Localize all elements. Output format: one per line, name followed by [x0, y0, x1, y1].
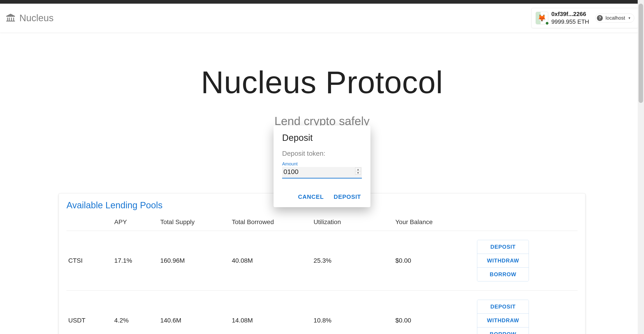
stepper-down[interactable]: ▼ [355, 171, 361, 175]
modal-subtitle: Deposit token: [282, 150, 362, 157]
chevron-down-icon: ▼ [628, 16, 631, 20]
col-your-balance: Your Balance [394, 216, 475, 231]
metamask-icon: 🦊 [538, 15, 546, 22]
brand-name: Nucleus [20, 13, 54, 24]
deposit-confirm-button[interactable]: DEPOSIT [333, 192, 362, 202]
stepper-up[interactable]: ▲ [355, 168, 361, 171]
col-asset [66, 216, 112, 231]
row-action-stack: DEPOSITWITHDRAWBORROW [477, 300, 529, 334]
col-total-borrowed: Total Borrowed [230, 216, 312, 231]
table-row: CTSI17.1%160.96M40.08M25.3%$0.00DEPOSITW… [66, 231, 578, 291]
network-selector[interactable]: ? localhost ▼ [595, 14, 634, 23]
pools-table: APY Total Supply Total Borrowed Utilizat… [66, 216, 578, 334]
table-row: USDT4.2%140.6M14.08M10.8%$0.00DEPOSITWIT… [66, 291, 578, 334]
browser-chrome-bar [0, 0, 644, 4]
deposit-modal: Deposit Deposit token: Amount ▲ ▼ CANCEL… [274, 125, 370, 207]
amount-field-wrap: ▲ ▼ [282, 167, 362, 179]
amount-stepper: ▲ ▼ [355, 168, 361, 175]
bank-icon [6, 13, 16, 23]
cell-asset: CTSI [66, 231, 112, 291]
col-apy: APY [112, 216, 158, 231]
cell-total-supply: 140.6M [158, 291, 230, 334]
cell-utilization: 25.3% [312, 231, 394, 291]
deposit-button[interactable]: DEPOSIT [477, 240, 529, 254]
amount-input[interactable] [282, 167, 362, 176]
col-actions [475, 216, 578, 231]
col-total-supply: Total Supply [158, 216, 230, 231]
scrollbar[interactable] [638, 0, 644, 334]
pools-card: Available Lending Pools APY Total Supply… [58, 193, 586, 334]
wallet-address: 0xf39f...2266 [552, 10, 589, 18]
amount-label: Amount [282, 161, 362, 166]
connection-status-dot [545, 22, 549, 25]
cell-total-borrowed: 14.08M [230, 291, 312, 334]
deposit-button[interactable]: DEPOSIT [477, 300, 529, 314]
cell-apy: 17.1% [112, 231, 158, 291]
cell-total-borrowed: 40.08M [230, 231, 312, 291]
row-action-stack: DEPOSITWITHDRAWBORROW [477, 240, 529, 281]
wallet-box: 🦊 0xf39f...2266 9999.955 ETH ? localhost… [531, 8, 638, 28]
withdraw-button[interactable]: WITHDRAW [477, 314, 529, 327]
cell-asset: USDT [66, 291, 112, 334]
cell-your-balance: $0.00 [394, 231, 475, 291]
hero: Nucleus Protocol Lend crypto safely [0, 33, 644, 128]
wallet-identity[interactable]: 🦊 0xf39f...2266 9999.955 ETH [536, 10, 589, 26]
cell-actions: DEPOSITWITHDRAWBORROW [475, 231, 578, 291]
cell-utilization: 10.8% [312, 291, 394, 334]
network-unknown-icon: ? [597, 15, 603, 21]
cell-total-supply: 160.96M [158, 231, 230, 291]
cell-actions: DEPOSITWITHDRAWBORROW [475, 291, 578, 334]
wallet-balance: 9999.955 ETH [552, 18, 589, 26]
modal-title: Deposit [282, 133, 362, 143]
network-label: localhost [606, 15, 625, 21]
wallet-avatar: 🦊 [536, 12, 548, 24]
cell-apy: 4.2% [112, 291, 158, 334]
app-header: Nucleus 🦊 0xf39f...2266 9999.955 ETH ? l… [0, 4, 644, 33]
page-title: Nucleus Protocol [0, 64, 644, 101]
cancel-button[interactable]: CANCEL [297, 192, 325, 202]
borrow-button[interactable]: BORROW [477, 327, 529, 334]
borrow-button[interactable]: BORROW [477, 268, 529, 281]
cell-your-balance: $0.00 [394, 291, 475, 334]
pools-header-row: APY Total Supply Total Borrowed Utilizat… [66, 216, 578, 231]
brand[interactable]: Nucleus [6, 13, 54, 24]
withdraw-button[interactable]: WITHDRAW [477, 254, 529, 268]
col-utilization: Utilization [312, 216, 394, 231]
